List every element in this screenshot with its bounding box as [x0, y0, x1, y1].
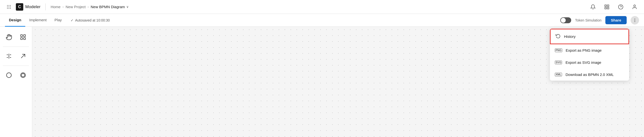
toggle-knob — [561, 18, 566, 23]
breadcrumb: Home › New Project › New BPMN Diagram ∨ — [50, 5, 129, 9]
svg-point-18 — [634, 21, 635, 22]
svg-point-8 — [10, 8, 11, 9]
svg-point-17 — [634, 20, 635, 20]
svg-icon: SVG — [555, 61, 562, 64]
double-circle-tool-button[interactable] — [17, 69, 29, 82]
grid-view-icon[interactable] — [602, 2, 611, 11]
svg-rect-10 — [607, 5, 609, 6]
token-simulation-toggle[interactable] — [560, 17, 571, 23]
app-grid-icon[interactable] — [5, 3, 13, 11]
svg-rect-20 — [24, 35, 26, 37]
check-icon: ✓ — [70, 18, 74, 22]
svg-rect-21 — [20, 38, 22, 40]
svg-point-16 — [634, 18, 635, 19]
token-simulation-label: Token Simulation — [575, 18, 602, 22]
svg-rect-22 — [24, 38, 26, 40]
tool-row-1 — [3, 31, 29, 43]
toolbar-right: Token Simulation Share — [560, 16, 639, 24]
tool-row-3 — [3, 69, 29, 82]
app-name: Modeler — [25, 4, 40, 9]
tool-divider-1 — [3, 46, 29, 47]
svg-point-7 — [9, 8, 10, 9]
svg-rect-11 — [605, 7, 606, 9]
tab-implement[interactable]: Implement — [25, 14, 50, 27]
history-icon — [556, 33, 560, 40]
xml-icon: XML — [555, 73, 562, 76]
nav-divider — [45, 3, 46, 10]
dropdown-menu: History PNG Export as PNG image SVG Expo… — [550, 29, 629, 81]
notifications-icon[interactable] — [588, 2, 598, 11]
svg-point-3 — [7, 6, 8, 7]
dropdown-item-history[interactable]: History — [550, 29, 629, 44]
tab-play[interactable]: Play — [50, 14, 66, 27]
svg-rect-12 — [607, 7, 609, 9]
select-tool-button[interactable] — [17, 31, 29, 43]
breadcrumb-project[interactable]: New Project — [66, 5, 86, 9]
hand-tool-button[interactable] — [3, 31, 15, 43]
app-logo: C Modeler — [16, 3, 40, 11]
dropdown-item-svg-label: Export as SVG image — [566, 60, 601, 65]
svg-point-0 — [7, 5, 8, 6]
svg-point-6 — [7, 8, 8, 9]
dropdown-item-png-label: Export as PNG image — [566, 48, 602, 52]
tool-row-2 — [3, 50, 29, 63]
dropdown-item-xml-label: Download as BPMN 2.0 XML — [566, 72, 614, 77]
png-icon: PNG — [555, 48, 562, 52]
dropdown-item-export-svg[interactable]: SVG Export as SVG image — [550, 56, 629, 68]
svg-point-15 — [634, 5, 635, 6]
svg-rect-9 — [605, 5, 606, 6]
breadcrumb-sep1: › — [62, 5, 64, 9]
chevron-down-icon[interactable]: ∨ — [126, 5, 129, 9]
canvas-dot-grid[interactable]: History PNG Export as PNG image SVG Expo… — [32, 27, 644, 137]
svg-point-4 — [9, 6, 10, 7]
toolbar-bar: Design Implement Play ✓ Autosaved at 10:… — [0, 14, 644, 27]
circle-tool-button[interactable] — [3, 69, 15, 82]
arrow-tool-button[interactable] — [17, 50, 29, 63]
autosave-status: ✓ Autosaved at 10:00:30 — [70, 18, 110, 22]
tab-design[interactable]: Design — [5, 14, 25, 27]
svg-point-25 — [7, 73, 12, 78]
split-tool-button[interactable] — [3, 50, 15, 63]
svg-line-24 — [21, 54, 25, 58]
more-options-button[interactable] — [630, 16, 639, 24]
dropdown-item-download-xml[interactable]: XML Download as BPMN 2.0 XML — [550, 68, 629, 81]
nav-right — [588, 2, 639, 11]
breadcrumb-current: New BPMN Diagram ∨ — [91, 5, 129, 9]
canvas-area: History PNG Export as PNG image SVG Expo… — [0, 27, 644, 137]
share-button[interactable]: Share — [605, 16, 627, 24]
tool-divider-2 — [3, 66, 29, 66]
dropdown-item-export-png[interactable]: PNG Export as PNG image — [550, 44, 629, 56]
left-toolbar — [0, 27, 32, 137]
svg-rect-19 — [20, 35, 22, 37]
svg-point-27 — [21, 74, 24, 77]
dropdown-item-history-label: History — [564, 34, 576, 39]
svg-point-1 — [9, 5, 10, 6]
svg-point-5 — [10, 6, 11, 7]
breadcrumb-home[interactable]: Home — [50, 5, 60, 9]
breadcrumb-sep2: › — [88, 5, 89, 9]
user-icon[interactable] — [630, 2, 639, 11]
help-icon[interactable] — [616, 2, 625, 11]
logo-box: C — [16, 3, 23, 11]
top-nav: C Modeler Home › New Project › New BPMN … — [0, 0, 644, 14]
svg-point-2 — [10, 5, 11, 6]
